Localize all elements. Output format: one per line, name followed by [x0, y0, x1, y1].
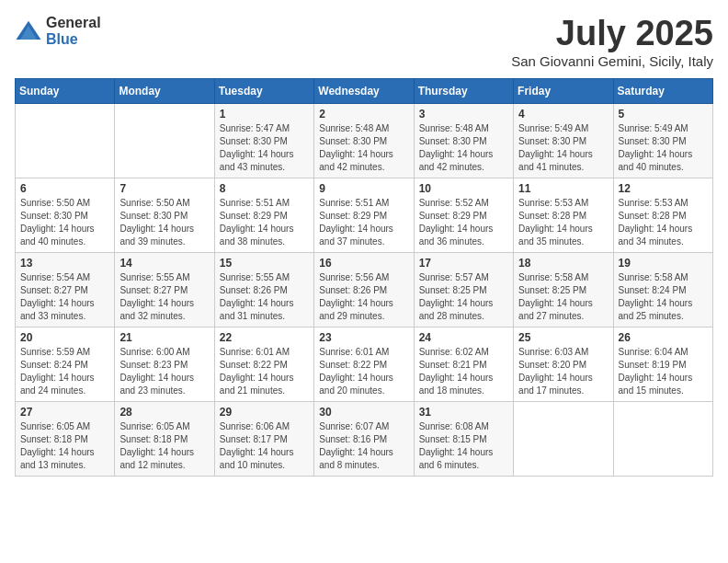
cell-content: Sunrise: 6:03 AM Sunset: 8:20 PM Dayligh…: [518, 346, 608, 397]
cell-content: Sunrise: 6:01 AM Sunset: 8:22 PM Dayligh…: [220, 346, 309, 397]
day-number: 18: [518, 257, 608, 270]
day-number: 3: [419, 108, 508, 121]
cell-content: Sunrise: 5:52 AM Sunset: 8:29 PM Dayligh…: [419, 197, 508, 248]
day-number: 31: [419, 406, 508, 419]
month-title: July 2025: [511, 15, 713, 53]
calendar-cell: 27Sunrise: 6:05 AM Sunset: 8:18 PM Dayli…: [16, 401, 115, 476]
calendar-cell: 29Sunrise: 6:06 AM Sunset: 8:17 PM Dayli…: [214, 401, 313, 476]
calendar-cell: 2Sunrise: 5:48 AM Sunset: 8:30 PM Daylig…: [314, 103, 414, 178]
cell-content: Sunrise: 5:59 AM Sunset: 8:24 PM Dayligh…: [20, 346, 109, 397]
day-number: 11: [518, 182, 608, 195]
cell-content: Sunrise: 6:05 AM Sunset: 8:18 PM Dayligh…: [20, 420, 109, 472]
cell-content: Sunrise: 5:58 AM Sunset: 8:24 PM Dayligh…: [619, 271, 708, 323]
cell-content: Sunrise: 6:05 AM Sunset: 8:18 PM Dayligh…: [119, 420, 209, 472]
cell-content: Sunrise: 6:02 AM Sunset: 8:21 PM Dayligh…: [419, 346, 508, 397]
day-number: 2: [319, 108, 408, 121]
day-number: 1: [220, 108, 309, 121]
day-number: 24: [419, 331, 508, 344]
cell-content: Sunrise: 5:55 AM Sunset: 8:26 PM Dayligh…: [220, 271, 309, 323]
calendar-cell: 16Sunrise: 5:56 AM Sunset: 8:26 PM Dayli…: [314, 252, 414, 327]
cell-content: Sunrise: 6:00 AM Sunset: 8:23 PM Dayligh…: [119, 346, 209, 397]
day-number: 22: [220, 331, 309, 344]
cell-content: Sunrise: 5:53 AM Sunset: 8:28 PM Dayligh…: [518, 197, 608, 248]
cell-content: Sunrise: 5:47 AM Sunset: 8:30 PM Dayligh…: [220, 122, 309, 174]
calendar-week-row: 6Sunrise: 5:50 AM Sunset: 8:30 PM Daylig…: [16, 178, 713, 252]
calendar-cell: 3Sunrise: 5:48 AM Sunset: 8:30 PM Daylig…: [414, 103, 513, 178]
day-number: 4: [518, 108, 608, 121]
logo-text: General Blue: [46, 15, 101, 47]
day-number: 9: [319, 182, 408, 195]
day-number: 12: [619, 182, 708, 195]
weekday-header-saturday: Saturday: [613, 78, 712, 103]
day-number: 17: [419, 257, 508, 270]
weekday-header-sunday: Sunday: [16, 78, 115, 103]
calendar-cell: 6Sunrise: 5:50 AM Sunset: 8:30 PM Daylig…: [16, 178, 115, 252]
calendar-cell: [613, 401, 712, 476]
calendar-week-row: 13Sunrise: 5:54 AM Sunset: 8:27 PM Dayli…: [16, 252, 713, 327]
day-number: 25: [518, 331, 608, 344]
day-number: 6: [20, 182, 109, 195]
day-number: 8: [220, 182, 309, 195]
day-number: 13: [20, 257, 109, 270]
calendar-cell: 25Sunrise: 6:03 AM Sunset: 8:20 PM Dayli…: [514, 327, 613, 401]
calendar-cell: [115, 103, 214, 178]
cell-content: Sunrise: 5:58 AM Sunset: 8:25 PM Dayligh…: [518, 271, 608, 323]
day-number: 30: [319, 406, 408, 419]
day-number: 21: [119, 331, 209, 344]
cell-content: Sunrise: 5:54 AM Sunset: 8:27 PM Dayligh…: [20, 271, 109, 323]
weekday-header-tuesday: Tuesday: [214, 78, 313, 103]
cell-content: Sunrise: 5:55 AM Sunset: 8:27 PM Dayligh…: [119, 271, 209, 323]
day-number: 23: [319, 331, 408, 344]
calendar-cell: [16, 103, 115, 178]
day-number: 29: [220, 406, 309, 419]
calendar-cell: 28Sunrise: 6:05 AM Sunset: 8:18 PM Dayli…: [115, 401, 214, 476]
cell-content: Sunrise: 6:07 AM Sunset: 8:16 PM Dayligh…: [319, 420, 408, 472]
day-number: 27: [20, 406, 109, 419]
weekday-header-thursday: Thursday: [414, 78, 513, 103]
day-number: 14: [119, 257, 209, 270]
cell-content: Sunrise: 5:49 AM Sunset: 8:30 PM Dayligh…: [518, 122, 608, 174]
calendar-cell: 8Sunrise: 5:51 AM Sunset: 8:29 PM Daylig…: [214, 178, 313, 252]
location-title: San Giovanni Gemini, Sicily, Italy: [511, 53, 713, 69]
calendar-cell: 5Sunrise: 5:49 AM Sunset: 8:30 PM Daylig…: [613, 103, 712, 178]
weekday-header-monday: Monday: [115, 78, 214, 103]
cell-content: Sunrise: 5:57 AM Sunset: 8:25 PM Dayligh…: [419, 271, 508, 323]
calendar-cell: 15Sunrise: 5:55 AM Sunset: 8:26 PM Dayli…: [214, 252, 313, 327]
cell-content: Sunrise: 5:50 AM Sunset: 8:30 PM Dayligh…: [119, 197, 209, 248]
calendar-cell: 14Sunrise: 5:55 AM Sunset: 8:27 PM Dayli…: [115, 252, 214, 327]
cell-content: Sunrise: 5:51 AM Sunset: 8:29 PM Dayligh…: [220, 197, 309, 248]
calendar-cell: 1Sunrise: 5:47 AM Sunset: 8:30 PM Daylig…: [214, 103, 313, 178]
calendar-cell: 20Sunrise: 5:59 AM Sunset: 8:24 PM Dayli…: [16, 327, 115, 401]
logo-blue-text: Blue: [46, 31, 101, 48]
day-number: 28: [119, 406, 209, 419]
cell-content: Sunrise: 5:51 AM Sunset: 8:29 PM Dayligh…: [319, 197, 408, 248]
cell-content: Sunrise: 5:49 AM Sunset: 8:30 PM Dayligh…: [619, 122, 708, 174]
calendar-table: SundayMondayTuesdayWednesdayThursdayFrid…: [15, 78, 713, 477]
calendar-week-row: 20Sunrise: 5:59 AM Sunset: 8:24 PM Dayli…: [16, 327, 713, 401]
calendar-cell: 12Sunrise: 5:53 AM Sunset: 8:28 PM Dayli…: [613, 178, 712, 252]
cell-content: Sunrise: 6:01 AM Sunset: 8:22 PM Dayligh…: [319, 346, 408, 397]
calendar-cell: 24Sunrise: 6:02 AM Sunset: 8:21 PM Dayli…: [414, 327, 513, 401]
day-number: 20: [20, 331, 109, 344]
day-number: 5: [619, 108, 708, 121]
calendar-cell: 11Sunrise: 5:53 AM Sunset: 8:28 PM Dayli…: [514, 178, 613, 252]
cell-content: Sunrise: 5:48 AM Sunset: 8:30 PM Dayligh…: [419, 122, 508, 174]
calendar-cell: 19Sunrise: 5:58 AM Sunset: 8:24 PM Dayli…: [613, 252, 712, 327]
calendar-cell: 4Sunrise: 5:49 AM Sunset: 8:30 PM Daylig…: [514, 103, 613, 178]
calendar-cell: 13Sunrise: 5:54 AM Sunset: 8:27 PM Dayli…: [16, 252, 115, 327]
calendar-cell: 9Sunrise: 5:51 AM Sunset: 8:29 PM Daylig…: [314, 178, 414, 252]
calendar-cell: 10Sunrise: 5:52 AM Sunset: 8:29 PM Dayli…: [414, 178, 513, 252]
logo-icon: [15, 17, 42, 45]
cell-content: Sunrise: 5:48 AM Sunset: 8:30 PM Dayligh…: [319, 122, 408, 174]
weekday-header-row: SundayMondayTuesdayWednesdayThursdayFrid…: [16, 78, 713, 103]
calendar-cell: 26Sunrise: 6:04 AM Sunset: 8:19 PM Dayli…: [613, 327, 712, 401]
day-number: 10: [419, 182, 508, 195]
title-block: July 2025 San Giovanni Gemini, Sicily, I…: [511, 15, 713, 69]
cell-content: Sunrise: 6:06 AM Sunset: 8:17 PM Dayligh…: [220, 420, 309, 472]
weekday-header-wednesday: Wednesday: [314, 78, 414, 103]
calendar-cell: 18Sunrise: 5:58 AM Sunset: 8:25 PM Dayli…: [514, 252, 613, 327]
day-number: 15: [220, 257, 309, 270]
calendar-week-row: 27Sunrise: 6:05 AM Sunset: 8:18 PM Dayli…: [16, 401, 713, 476]
day-number: 26: [619, 331, 708, 344]
day-number: 7: [119, 182, 209, 195]
